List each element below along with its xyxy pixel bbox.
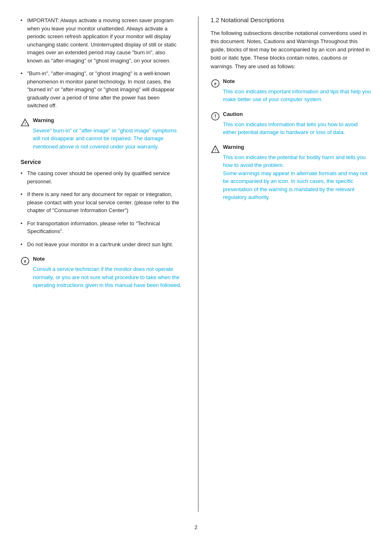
right-column: 1.2 Notational Descriptions The followin… <box>198 16 372 512</box>
svg-text:!: ! <box>214 148 216 152</box>
bullet-item: IMPORTANT: Always activate a moving scre… <box>21 16 182 65</box>
important-bullets: IMPORTANT: Always activate a moving scre… <box>21 16 182 110</box>
svg-text:e: e <box>214 81 217 86</box>
warning-text-right: This icon indicates the potential for bo… <box>223 153 372 201</box>
warning-label-right: Warning <box>223 144 244 150</box>
left-column: IMPORTANT: Always activate a moving scre… <box>21 16 182 512</box>
note-icon-1: e <box>21 257 30 266</box>
service-item: If there is any need for any document fo… <box>21 190 182 215</box>
note-icon-right: e <box>211 79 220 88</box>
svg-text:!: ! <box>214 113 216 119</box>
note-text-1: Consult a service technician if the moni… <box>33 265 182 289</box>
warning-text-1: Severe" burn-in" or "after-image" or "gh… <box>33 127 182 151</box>
section-title: 1.2 Notational Descriptions <box>211 16 372 23</box>
note-label-1: Note <box>33 256 45 262</box>
note-block-right: e Note This icon indicates important inf… <box>211 78 372 104</box>
caution-text-right: This icon indicates information that tel… <box>223 120 372 136</box>
service-item: The casing cover should be opened only b… <box>21 169 182 185</box>
note-text-right: This icon indicates important informatio… <box>223 88 372 104</box>
warning-block-right: ! Warning This icon indicates the potent… <box>211 144 372 201</box>
svg-text:!: ! <box>25 122 26 125</box>
note-block-1: e Note Consult a service technician if t… <box>21 256 182 289</box>
page: IMPORTANT: Always activate a moving scre… <box>0 0 392 555</box>
note-label-right: Note <box>223 78 235 84</box>
caution-block-right: ! Caution This icon indicates informatio… <box>211 111 372 136</box>
caution-icon-right: ! <box>211 112 220 121</box>
warning-icon-1: ! <box>21 118 30 127</box>
service-bullets: The casing cover should be opened only b… <box>21 169 182 248</box>
service-item: For transportation information, please r… <box>21 220 182 236</box>
intro-text: The following subsections describe notat… <box>211 29 372 71</box>
svg-text:e: e <box>24 259 26 264</box>
service-item: Do not leave your monitor in a car/trunk… <box>21 240 182 249</box>
warning-block-1: ! Warning Severe" burn-in" or "after-ima… <box>21 117 182 151</box>
service-section: Service The casing cover should be opene… <box>21 159 182 248</box>
warning-label-1: Warning <box>33 117 54 123</box>
bullet-item: "Burn-in", "after-imaging", or "ghost im… <box>21 69 182 110</box>
warning-icon-right: ! <box>211 145 220 154</box>
caution-label-right: Caution <box>223 111 243 117</box>
service-title: Service <box>21 159 182 165</box>
page-number: 2 <box>21 524 371 530</box>
